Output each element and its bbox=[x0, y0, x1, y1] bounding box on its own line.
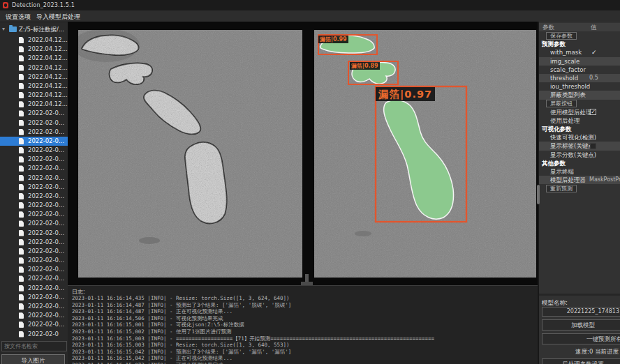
tree-item[interactable]: 2022-02-0... bbox=[0, 302, 68, 311]
tree-item-label: 2022.04.12... bbox=[28, 100, 68, 107]
param-value[interactable]: 0.5 bbox=[589, 74, 598, 82]
param-row: 使用模型后处理✓ bbox=[539, 108, 620, 116]
tree-root-label: Z:/5-标注数据/... bbox=[19, 26, 64, 34]
tree-item[interactable]: 2022-02-0... bbox=[0, 320, 68, 329]
menu-bar: 设置选项 导入模型后处理 bbox=[0, 10, 620, 22]
tree-item-label: 2022-02-0... bbox=[28, 109, 64, 116]
file-icon bbox=[19, 65, 24, 71]
tree-item[interactable]: 2022-02-0... bbox=[0, 119, 68, 128]
checkmark-icon[interactable]: ✓ bbox=[591, 48, 597, 56]
file-icon bbox=[19, 147, 24, 153]
menu-item-import-postprocess[interactable]: 导入模型后处理 bbox=[36, 13, 80, 22]
tree-item[interactable]: 2022.04.12... bbox=[0, 54, 68, 63]
folder-icon bbox=[9, 26, 17, 32]
tree-item-label: 2022-02-0... bbox=[28, 202, 64, 208]
param-row: iou_threshold bbox=[539, 82, 620, 91]
predict-all-button[interactable]: 一键预测所有 bbox=[542, 333, 620, 344]
param-row: 显示分数(关键点) bbox=[539, 151, 620, 159]
param-label: 预测参数 bbox=[542, 40, 566, 48]
param-row: threshold0.5 bbox=[539, 74, 620, 82]
original-image-panel[interactable] bbox=[70, 24, 305, 285]
postprocess-settings-button[interactable]: 后处理参数设置 bbox=[542, 358, 620, 364]
search-input[interactable] bbox=[1, 341, 67, 351]
param-label: threshold bbox=[550, 74, 578, 82]
log-area[interactable]: 日志: 2023-01-11 16:16:14,435 |INFO| - Res… bbox=[68, 285, 538, 364]
file-icon bbox=[19, 193, 24, 199]
tree-item[interactable]: 2022-02-0... bbox=[0, 265, 68, 274]
param-button[interactable]: 屏蔽按钮 bbox=[546, 100, 577, 107]
tree-item[interactable]: 2022-02-0... bbox=[0, 164, 68, 173]
log-line: 2023-01-11 16:16:15,042 |INFO| - 预测出了3个结… bbox=[72, 349, 538, 356]
param-label: img_scale bbox=[550, 57, 580, 66]
tree-item[interactable]: 2022.04.12... bbox=[0, 45, 68, 54]
tree-item[interactable]: 2022.04.12... bbox=[0, 91, 68, 100]
tree-item[interactable]: 2022-02-0... bbox=[0, 256, 68, 265]
tree-item[interactable]: 2022-02-0... bbox=[0, 284, 68, 293]
tree-item-label: 2022.04.12... bbox=[28, 73, 68, 80]
parameters-panel: 参数 值 保存参数预测参数with_mask✓img_scalescale_fa… bbox=[539, 22, 620, 364]
tree-item[interactable]: 2022.04.12... bbox=[0, 100, 68, 109]
tree-item[interactable]: 2022-02-0 bbox=[0, 330, 68, 339]
tree-item[interactable]: 2022.04.12... bbox=[0, 63, 68, 73]
param-button[interactable]: 保存参数 bbox=[546, 32, 577, 40]
tree-item[interactable]: 2022-02-0... bbox=[0, 155, 68, 164]
file-icon bbox=[19, 266, 24, 273]
param-row: 屏蔽类型列表 bbox=[539, 91, 620, 99]
prediction-image-panel[interactable]: 漏箔|0.99 漏箔|0.89 漏箔|0.97 bbox=[309, 24, 538, 285]
checkbox-checked[interactable]: ✓ bbox=[590, 109, 596, 115]
tree-item[interactable]: 2022.04.12... bbox=[0, 82, 68, 91]
param-button[interactable]: 重新预测 bbox=[546, 185, 577, 192]
tree-item[interactable]: 2022-02-0... bbox=[0, 311, 68, 320]
menu-item-settings[interactable]: 设置选项 bbox=[6, 13, 31, 22]
param-row: 快速可视化(检测) bbox=[539, 133, 620, 142]
model-name-field[interactable]: 20221225_174813 bbox=[542, 307, 620, 317]
tree-item[interactable]: 2022-02-0... bbox=[0, 137, 68, 146]
load-model-button[interactable]: 加载模型 bbox=[542, 319, 620, 331]
file-icon bbox=[19, 303, 24, 310]
param-row: img_scale bbox=[539, 57, 620, 66]
import-image-button[interactable]: 导入图片 bbox=[1, 354, 65, 364]
tree-item[interactable]: 2022-02-0... bbox=[0, 274, 68, 283]
tree-item[interactable]: 2022-02-0... bbox=[0, 219, 68, 228]
tree-item[interactable]: 2022-02-0... bbox=[0, 247, 68, 256]
tree-item[interactable]: 2022-02-0... bbox=[0, 210, 68, 219]
vertical-scrollbar-thumb[interactable] bbox=[537, 185, 540, 204]
tree-item[interactable]: 2022-02-0... bbox=[0, 128, 68, 137]
tree-item[interactable]: 2022-02-0... bbox=[0, 109, 68, 118]
tree-item-label: 2022-02-0... bbox=[28, 220, 64, 227]
tree-item[interactable]: 2022-02-0... bbox=[0, 293, 68, 302]
checkbox-unchecked[interactable] bbox=[590, 143, 596, 149]
tree-item-label: 2022-02-0... bbox=[28, 321, 64, 328]
app-icon bbox=[3, 2, 8, 8]
file-icon bbox=[19, 55, 24, 61]
tree-item[interactable]: 2022.04.12... bbox=[0, 73, 68, 82]
param-row: with_mask✓ bbox=[539, 48, 620, 56]
file-icon bbox=[19, 275, 24, 282]
file-icon bbox=[19, 129, 24, 135]
tree-item[interactable]: 2022-02-0... bbox=[0, 238, 68, 247]
tree-item-label: 2022-02-0... bbox=[28, 266, 64, 273]
tree-item[interactable]: 2022.04.12... bbox=[0, 36, 68, 45]
tree-item-label: 2022.04.12... bbox=[28, 82, 68, 89]
file-icon bbox=[19, 165, 24, 172]
file-icon bbox=[19, 239, 24, 245]
param-row: 重新预测 bbox=[539, 184, 620, 192]
detection-label-1: 漏箔|0.99 bbox=[318, 36, 348, 43]
tree-item[interactable]: 2022-02-0... bbox=[0, 192, 68, 201]
file-icon bbox=[19, 138, 24, 144]
file-icon bbox=[19, 92, 24, 98]
file-icon bbox=[19, 83, 24, 89]
tree-item-label: 2022-02-0... bbox=[28, 165, 64, 172]
tree-item[interactable]: 2022-02-0... bbox=[0, 183, 68, 192]
param-value[interactable]: MaskPostProc bbox=[589, 176, 620, 184]
file-tree-panel: ▾ Z:/5-标注数据/... 2022.04.12...2022.04.12.… bbox=[0, 22, 68, 364]
tree-item-label: 2022-02-0... bbox=[28, 303, 64, 310]
tree-item[interactable]: 2022-02-0... bbox=[0, 201, 68, 210]
tree-item-label: 2022-02-0... bbox=[28, 257, 64, 264]
tree-item[interactable]: 2022-02-0... bbox=[0, 146, 68, 155]
tree-item[interactable]: 2022-02-0... bbox=[0, 174, 68, 183]
tree-root-folder[interactable]: ▾ Z:/5-标注数据/... bbox=[0, 25, 68, 34]
expander-arrow-icon[interactable]: ▾ bbox=[2, 26, 5, 32]
param-row: 显示终端 bbox=[539, 167, 620, 176]
tree-item[interactable]: 2022-02-0... bbox=[0, 229, 68, 238]
